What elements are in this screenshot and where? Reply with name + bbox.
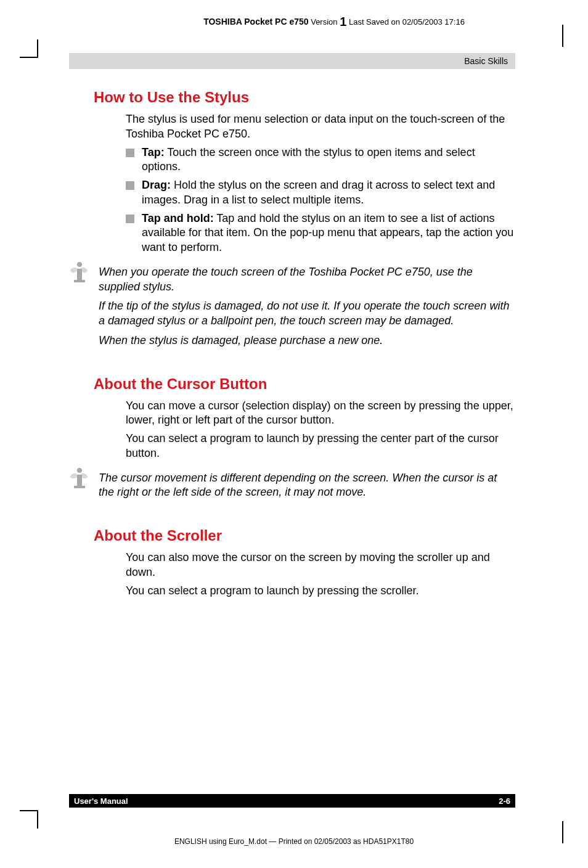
heading-stylus: How to Use the Stylus: [94, 89, 515, 106]
page-header: TOSHIBA Pocket PC e750 Version 1 Last Sa…: [142, 15, 526, 29]
bullet-label: Tap:: [142, 146, 165, 158]
note-text: When you operate the touch screen of the…: [99, 265, 515, 295]
stylus-note-block: When you operate the touch screen of the…: [67, 265, 515, 348]
bullet-text: Tap and hold: Tap and hold the stylus on…: [142, 211, 515, 255]
note-text: The cursor movement is different dependi…: [99, 471, 515, 501]
bullet-icon: [126, 149, 134, 157]
bullet-text: Tap: Touch the screen once with the styl…: [142, 145, 515, 175]
cursor-p2: You can select a program to launch by pr…: [126, 432, 515, 461]
list-item: Tap and hold: Tap and hold the stylus on…: [126, 211, 515, 255]
header-product: TOSHIBA Pocket PC e750: [203, 17, 308, 27]
info-icon: [67, 261, 91, 286]
crop-mark-top-right: [562, 25, 563, 47]
header-version-number: 1: [340, 15, 346, 28]
heading-cursor: About the Cursor Button: [94, 375, 515, 393]
note-text: If the tip of the stylus is damaged, do …: [99, 299, 515, 329]
list-item: Tap: Touch the screen once with the styl…: [126, 145, 515, 175]
cursor-p1: You can move a cursor (selection display…: [126, 399, 515, 428]
bullet-label: Tap and hold:: [142, 212, 214, 224]
footer-right: 2-6: [499, 796, 510, 806]
content-area: How to Use the Stylus The stylus is used…: [94, 80, 515, 602]
bullet-text: Drag: Hold the stylus on the screen and …: [142, 178, 515, 208]
scroller-p2: You can select a program to launch by pr…: [126, 584, 515, 599]
page: TOSHIBA Pocket PC e750 Version 1 Last Sa…: [0, 0, 588, 868]
footer-left: User's Manual: [74, 796, 128, 806]
bullet-body: Touch the screen once with the stylus to…: [142, 146, 475, 173]
header-saved: Last Saved on 02/05/2003 17:16: [349, 17, 465, 27]
info-icon: [67, 467, 91, 492]
heading-scroller: About the Scroller: [94, 527, 515, 544]
note-text: When the stylus is damaged, please purch…: [99, 334, 515, 348]
banner-text: Basic Skills: [464, 56, 508, 66]
bullet-label: Drag:: [142, 179, 171, 191]
section-banner: Basic Skills: [69, 53, 515, 69]
cursor-note-block: The cursor movement is different dependi…: [67, 471, 515, 501]
crop-mark-top-left: [20, 39, 38, 58]
header-version-label: Version: [311, 17, 337, 27]
stylus-bullet-list: Tap: Touch the screen once with the styl…: [126, 145, 515, 255]
scroller-p1: You can also move the cursor on the scre…: [126, 551, 515, 580]
bullet-body: Hold the stylus on the screen and drag i…: [142, 179, 495, 206]
footer-bar: User's Manual 2-6: [69, 794, 515, 808]
footer-print-line: ENGLISH using Euro_M.dot — Printed on 02…: [0, 837, 588, 846]
bullet-icon: [126, 181, 134, 190]
stylus-intro: The stylus is used for menu selection or…: [126, 112, 515, 142]
crop-mark-bottom-left: [20, 810, 38, 829]
bullet-icon: [126, 215, 134, 223]
list-item: Drag: Hold the stylus on the screen and …: [126, 178, 515, 208]
